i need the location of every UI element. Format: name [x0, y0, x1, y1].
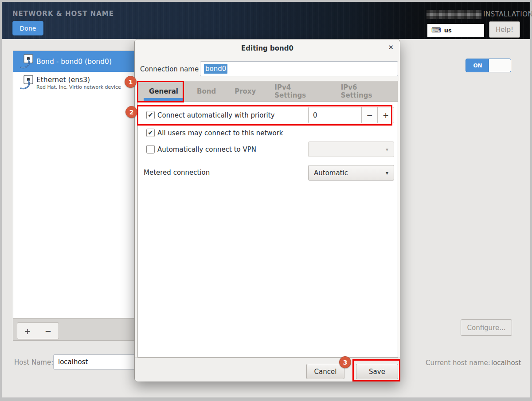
add-device-button[interactable]: +	[17, 322, 38, 339]
network-host-name-screen: NETWORK & HOST NAME Done INSTALLATION ⌨ …	[0, 0, 532, 401]
chevron-down-icon: ▾	[386, 170, 388, 176]
spin-plus-button[interactable]: +	[377, 107, 394, 123]
device-title: Ethernet (ens3)	[36, 76, 121, 84]
toggle-knob[interactable]	[489, 59, 511, 72]
annotation-step-1: 1	[125, 76, 137, 88]
priority-value[interactable]: 0	[309, 107, 361, 123]
keyboard-layout-label: us	[444, 27, 452, 34]
tab-proxy[interactable]: Proxy	[225, 81, 265, 102]
current-hostname-value: localhost	[491, 359, 521, 367]
priority-spinner[interactable]: 0 − +	[308, 107, 394, 123]
keyboard-icon: ⌨	[431, 27, 441, 34]
checkmark-icon: ✔	[148, 130, 153, 136]
all-users-checkbox[interactable]: ✔	[146, 129, 155, 137]
current-hostname-label: Current host name:	[426, 359, 490, 367]
device-title: Bond - bond0 (bond0)	[36, 58, 112, 66]
connect-auto-label: Connect automatically with priority	[157, 111, 275, 119]
annotation-step-3: 3	[339, 356, 351, 368]
installation-label: INSTALLATION	[483, 10, 532, 18]
all-users-label: All users may connect to this network	[157, 129, 283, 137]
connection-name-input[interactable]: bond0	[200, 61, 398, 76]
vpn-label: Automatically connect to VPN	[157, 145, 256, 153]
connection-name-value: bond0	[204, 64, 227, 74]
hostname-input[interactable]	[53, 354, 137, 370]
checkmark-icon: ✔	[148, 112, 153, 118]
connect-auto-checkbox[interactable]: ✔	[146, 111, 155, 119]
metered-dropdown-value: Automatic	[314, 169, 348, 177]
tab-ipv6-settings[interactable]: IPv6 Settings	[332, 81, 398, 102]
help-button[interactable]: Help!	[489, 21, 520, 38]
tab-general[interactable]: General	[140, 81, 188, 102]
remove-device-button[interactable]: −	[38, 322, 59, 339]
cancel-button[interactable]: Cancel	[306, 364, 344, 379]
keyboard-layout-indicator[interactable]: ⌨ us	[427, 24, 485, 37]
network-device-icon	[20, 75, 36, 90]
metered-label: Metered connection	[144, 169, 210, 177]
chevron-down-icon: ▾	[386, 146, 388, 153]
tab-bond[interactable]: Bond	[188, 81, 225, 102]
censored-text-block	[426, 10, 481, 19]
save-button[interactable]: Save	[356, 364, 398, 379]
close-icon[interactable]: ✕	[388, 43, 394, 51]
editing-bond0-dialog: Editing bond0 ✕ Connection name bond0 Ge…	[134, 39, 400, 381]
dialog-footer: Cancel Save	[135, 358, 400, 381]
page-title: NETWORK & HOST NAME	[12, 10, 114, 18]
metered-dropdown[interactable]: Automatic ▾	[308, 165, 394, 181]
general-tab-content: ✔ Connect automatically with priority 0 …	[137, 102, 398, 358]
network-on-off-toggle[interactable]: ON	[466, 59, 511, 72]
vpn-dropdown[interactable]: ▾	[308, 142, 394, 157]
device-subtitle: Red Hat, Inc. Virtio network device	[36, 84, 121, 90]
network-device-icon	[20, 54, 36, 69]
done-button[interactable]: Done	[12, 21, 43, 35]
top-header-band: NETWORK & HOST NAME Done INSTALLATION ⌨ …	[2, 2, 530, 39]
connection-name-label: Connection name	[140, 65, 199, 73]
tab-ipv4-settings[interactable]: IPv4 Settings	[265, 81, 331, 102]
spin-minus-button[interactable]: −	[361, 107, 378, 123]
dialog-tab-bar: General Bond Proxy IPv4 Settings IPv6 Se…	[137, 81, 398, 102]
hostname-label: Host Name:	[14, 358, 53, 366]
annotation-step-2: 2	[125, 106, 137, 118]
configure-button[interactable]: Configure...	[461, 319, 512, 336]
toggle-on-label: ON	[466, 59, 489, 72]
vpn-checkbox[interactable]	[146, 145, 155, 153]
dialog-title: Editing bond0	[135, 44, 400, 52]
